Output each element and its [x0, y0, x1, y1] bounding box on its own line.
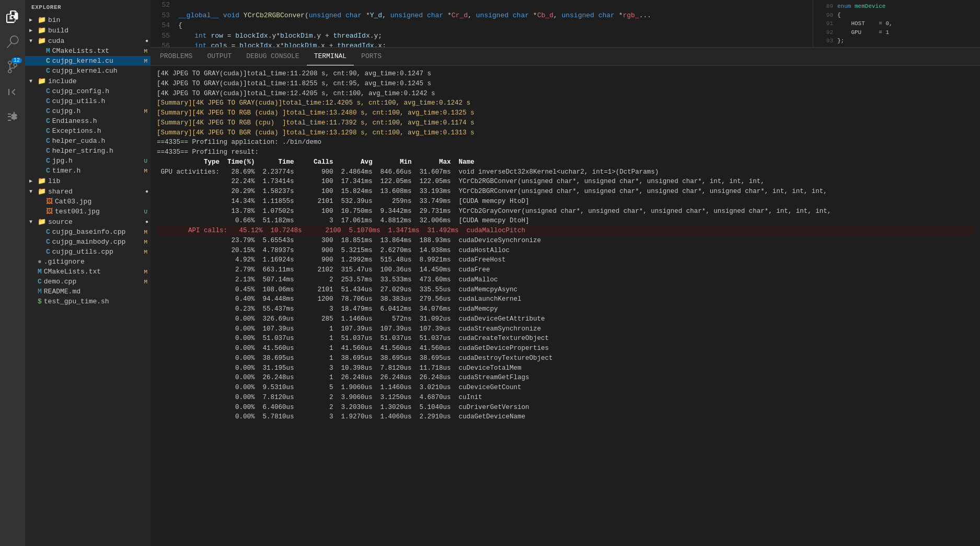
terminal-line: 2.13% 507.14ms 2 253.57ms 33.533ms 473.6… — [157, 275, 974, 285]
terminal-line: 2.79% 663.11ms 2102 315.47us 100.36us 14… — [157, 265, 974, 275]
terminal-line: 0.00% 9.5310us 5 1.9060us 1.1460us 3.021… — [157, 383, 974, 393]
terminal-line: 0.00% 5.7810us 3 1.9270us 1.4060us 2.291… — [157, 412, 974, 422]
tree-label: lib — [48, 177, 151, 185]
run-debug-icon[interactable] — [0, 79, 25, 105]
tree-label: test001.jpg — [55, 208, 144, 215]
source-control-icon[interactable]: 12 — [0, 54, 25, 79]
tree-item-gitignore[interactable]: ● .gitignore — [25, 257, 151, 267]
tab-terminal[interactable]: TERMINAL — [307, 48, 354, 65]
terminal-line: 0.00% 6.4060us 2 3.2030us 1.3020us 5.104… — [157, 403, 974, 413]
tree-arrow: ▼ — [29, 38, 38, 44]
tree-item-cujpg-kernel-cu[interactable]: C cujpg_kernel.cu M — [25, 56, 151, 66]
tree-item-source[interactable]: ▼ 📁 source ● — [25, 217, 151, 227]
tree-label: cujpg_utils.h — [52, 97, 151, 105]
tab-debug-console[interactable]: DEBUG CONSOLE — [239, 48, 306, 65]
tree-label: cujpg_utils.cpp — [52, 248, 144, 256]
code-line: { — [178, 20, 813, 31]
tree-label: bin — [48, 16, 151, 24]
tree-item-cujpg-h[interactable]: C cujpg.h M — [25, 106, 151, 116]
terminal-line: 0.00% 107.39us 1 107.39us 107.39us 107.3… — [157, 324, 974, 334]
tree-label: cujpg_mainbody.cpp — [52, 238, 144, 246]
terminal-line: 0.00% 7.8120us 2 3.9060us 3.1250us 4.687… — [157, 393, 974, 403]
terminal-line: 20.29% 1.58237s 100 15.824ms 13.608ms 33… — [157, 187, 974, 197]
tree-label: cujpg.h — [52, 107, 144, 115]
terminal-line: 20.15% 4.78937s 900 5.3215ms 2.6270ms 14… — [157, 246, 974, 256]
tree-label: cujpg_kernel.cuh — [52, 67, 151, 75]
tree-label: cujpg_baseinfo.cpp — [52, 228, 144, 236]
main-content: 52 53 54 55 56 __global__ void YCrCb2RGB… — [151, 0, 980, 546]
terminal-line: 0.40% 94.448ms 1200 78.706us 38.383us 27… — [157, 294, 974, 304]
terminal-line: 0.45% 108.06ms 2101 51.434us 27.029us 33… — [157, 285, 974, 295]
tree-item-endianess[interactable]: C Endianess.h — [25, 116, 151, 126]
terminal-line: 14.34% 1.11855s 2101 532.39us 259ns 33.7… — [157, 197, 974, 207]
code-content: 52 53 54 55 56 __global__ void YCrCb2RGB… — [151, 0, 813, 47]
tree-item-readme[interactable]: M README.md — [25, 287, 151, 297]
terminal-line: 22.24% 1.73414s 100 17.341ms 122.05ms 12… — [157, 177, 974, 187]
terminal-line: 0.66% 51.182ms 3 17.061ms 4.8812ms 32.00… — [157, 216, 974, 226]
terminal-line: 23.79% 5.65543s 300 18.851ms 13.864ms 18… — [157, 236, 974, 246]
terminal-line: GPU activities: 28.69% 2.23774s 900 2.48… — [157, 167, 974, 177]
tree-item-demo-cpp[interactable]: C demo.cpp M — [25, 277, 151, 287]
tree-item-helper-cuda[interactable]: C helper_cuda.h — [25, 136, 151, 146]
search-icon[interactable] — [0, 29, 25, 54]
code-line: int cols = blockIdx.x*blockDim.x + threa… — [178, 41, 813, 47]
terminal-line: ==4335== Profiling application: ./bin/de… — [157, 138, 974, 147]
tree-label: Endianess.h — [52, 117, 151, 125]
tree-item-bin[interactable]: ▶ 📁 bin — [25, 15, 151, 25]
tree-label: helper_string.h — [52, 147, 151, 155]
tree-item-lib[interactable]: ▶ 📁 lib — [25, 176, 151, 186]
tree-item-exceptions[interactable]: C Exceptions.h — [25, 126, 151, 136]
tree-label: cuda — [48, 37, 145, 45]
tree-label: CMakeLists.txt — [52, 47, 144, 55]
tree-arrow: ▼ — [29, 189, 38, 195]
tree-item-cujpg-config[interactable]: C cujpg_config.h — [25, 86, 151, 96]
terminal-line: [4K JPEG TO GRAY(cuda)]total_time:11.825… — [157, 79, 974, 89]
tree-arrow: ▼ — [29, 219, 38, 225]
tree-item-test001[interactable]: 🖼 test001.jpg U — [25, 207, 151, 217]
tree-item-jpg[interactable]: C jpg.h U — [25, 156, 151, 166]
terminal-line: 13.78% 1.07502s 100 10.750ms 9.3442ms 29… — [157, 207, 974, 217]
tree-item-cujpg-utils-cpp[interactable]: C cujpg_utils.cpp M — [25, 247, 151, 257]
tree-item-cmake-cuda[interactable]: M CMakeLists.txt M — [25, 46, 151, 56]
extensions-icon[interactable] — [0, 105, 25, 130]
tree-item-cujpg-kernel-cuh[interactable]: C cujpg_kernel.cuh — [25, 66, 151, 76]
tree-item-test-sh[interactable]: $ test_gpu_time.sh — [25, 297, 151, 306]
code-line — [178, 0, 813, 10]
terminal-content[interactable]: [4K JPEG TO GRAY(cuda)]total_time:11.220… — [151, 66, 980, 424]
tree-label: timer.h — [52, 167, 144, 175]
terminal-line: 4.92% 1.16924s 900 1.2992ms 515.48us 8.9… — [157, 255, 974, 265]
terminal-line: 0.00% 26.248us 1 26.248us 26.248us 26.24… — [157, 373, 974, 383]
terminal-line: [Summary][4K JPEG TO RGB (cuda) ]total_t… — [157, 108, 974, 118]
tab-output[interactable]: OUTPUT — [200, 48, 239, 65]
tree-arrow: ▶ — [29, 178, 38, 184]
tree-item-cuda[interactable]: ▼ 📁 cuda ● — [25, 36, 151, 46]
tree-item-cat03[interactable]: 🖼 Cat03.jpg — [25, 197, 151, 207]
tree-label: .gitignore — [44, 258, 151, 266]
tree-item-cmake-root[interactable]: M CMakeLists.txt M — [25, 267, 151, 277]
terminal-line: ==4335== Profiling result: — [157, 147, 974, 157]
tree-item-build[interactable]: ▶ 📁 build — [25, 25, 151, 36]
tree-item-cujpg-baseinfo[interactable]: C cujpg_baseinfo.cpp M — [25, 227, 151, 237]
tree-item-timer[interactable]: C timer.h M — [25, 166, 151, 176]
explorer-icon[interactable] — [0, 4, 25, 29]
tab-problems[interactable]: PROBLEMS — [153, 48, 200, 65]
terminal-line: API calls: 45.12% 10.7248s 2100 5.1070ms… — [157, 226, 974, 236]
tree-arrow: ▶ — [29, 17, 38, 23]
terminal-line: Type Time(%) Time Calls Avg Min Max Name — [157, 157, 974, 167]
tab-ports[interactable]: PORTS — [354, 48, 389, 65]
source-control-badge: 12 — [11, 58, 22, 63]
tree-label: build — [48, 27, 151, 35]
sidebar: EXPLORER ▶ 📁 bin ▶ 📁 build ▼ 📁 cuda ● M … — [25, 0, 151, 546]
tree-arrow: ▼ — [29, 78, 38, 84]
tree-item-cujpg-mainbody[interactable]: C cujpg_mainbody.cpp M — [25, 237, 151, 247]
terminal-line: [Summary][4K JPEG TO RGB (cpu) ]total_ti… — [157, 118, 974, 128]
tree-item-helper-string[interactable]: C helper_string.h — [25, 146, 151, 156]
editor-area: 52 53 54 55 56 __global__ void YCrCb2RGB… — [151, 0, 980, 47]
tree-item-include[interactable]: ▼ 📁 include — [25, 76, 151, 86]
line-numbers: 52 53 54 55 56 — [151, 0, 174, 47]
tree-label: cujpg_config.h — [52, 87, 151, 95]
tree-item-shared[interactable]: ▼ 📁 shared ● — [25, 186, 151, 197]
tree-item-cujpg-utils[interactable]: C cujpg_utils.h — [25, 96, 151, 106]
tree-label: demo.cpp — [44, 278, 144, 286]
tree-label: helper_cuda.h — [52, 137, 151, 145]
